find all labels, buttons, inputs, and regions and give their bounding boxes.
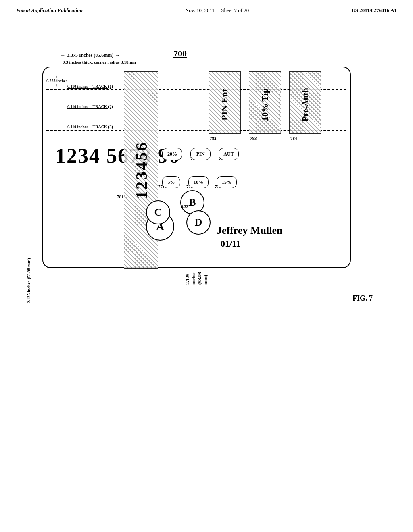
page-header: Patent Application Publication Nov. 10, … <box>0 0 413 14</box>
ref-784: 784 <box>290 136 297 141</box>
cardholder-name: Jeffrey Mullen <box>217 224 282 237</box>
dim-line-right <box>213 278 351 278</box>
box-20pct: 20% <box>162 148 182 160</box>
height-dimension-label: 2.125 inches (53.98 mm) <box>26 258 31 303</box>
box-10pct: 10% <box>188 176 209 188</box>
circle-c: C <box>146 200 170 224</box>
width-dimension-label: ← 3.375 Inches (85.6mm) → <box>60 52 120 58</box>
thickness-label: 0.3 inches thick, corner radius 3.18mm <box>63 60 136 64</box>
header-patent-number: US 2011/0276416 A1 <box>351 7 397 14</box>
box-15pct: 15% <box>217 176 237 188</box>
box-pin: PIN <box>190 148 211 160</box>
dim-line-left <box>42 278 181 278</box>
account-number: 1234 5678 90 <box>55 144 180 168</box>
bottom-dimension-area: 2.125 inches (53.98 mm) <box>42 274 351 282</box>
preauth-label: Pre-Auth <box>291 75 319 134</box>
figure-number-label: 700 <box>173 48 187 59</box>
pin-ent-label: PIN Ent <box>211 75 239 134</box>
ref-783: 783 <box>250 136 257 141</box>
track3-label: 0.110 inches -- TRACK (3) <box>67 125 113 129</box>
tip-label: 10% Tip <box>251 75 279 134</box>
circle-d: D <box>186 210 211 235</box>
diagram-area: 700 ← 3.375 Inches (85.6mm) → 0.3 inches… <box>0 32 413 532</box>
card-date: 01/11 <box>221 239 240 249</box>
ref-781: 781 <box>117 194 124 199</box>
box-aut: AUT <box>219 148 239 160</box>
track1-label: 0.110 inches -- TRACK (1) <box>67 84 113 89</box>
header-date: Nov. 10, 2011 Sheet 7 of 20 <box>185 7 249 14</box>
card-outer-border: ↑ 0.223 inches ↓ 0.110 inches -- TRACK (… <box>42 66 351 268</box>
b-size-label: 0.32" <box>181 204 190 209</box>
figure-name: FIG. 7 <box>353 294 373 303</box>
ref-782: 782 <box>210 136 217 141</box>
track2-label: 0.110 inches -- TRACK (2) <box>67 104 113 109</box>
spacing-arrow: ↑ 0.223 inches ↓ <box>46 75 67 87</box>
height-dim-rotated: 2.125 inches (53.98 mm) <box>185 272 209 285</box>
box-5pct: 5% <box>162 176 180 188</box>
header-publication-label: Patent Application Publication <box>16 7 83 14</box>
